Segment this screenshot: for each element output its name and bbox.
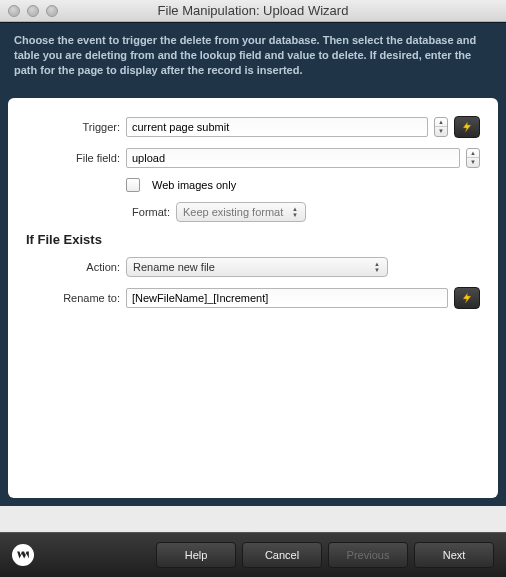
lightning-icon (461, 291, 473, 305)
window-title: File Manipulation: Upload Wizard (0, 3, 506, 18)
filefield-stepper[interactable]: ▲▼ (466, 148, 480, 168)
previous-button: Previous (328, 542, 408, 568)
cancel-button[interactable]: Cancel (242, 542, 322, 568)
action-label: Action: (26, 261, 126, 273)
rename-bolt-button[interactable] (454, 287, 480, 309)
window-controls (8, 5, 58, 17)
rename-input[interactable] (126, 288, 448, 308)
brand-logo (12, 544, 34, 566)
trigger-stepper[interactable]: ▲▼ (434, 117, 448, 137)
titlebar: File Manipulation: Upload Wizard (0, 0, 506, 22)
minimize-icon[interactable] (27, 5, 39, 17)
rename-label: Rename to: (26, 292, 126, 304)
zoom-icon[interactable] (46, 5, 58, 17)
trigger-label: Trigger: (26, 121, 126, 133)
footer: Help Cancel Previous Next (0, 532, 506, 577)
format-selected: Keep existing format (183, 206, 283, 218)
format-select[interactable]: Keep existing format ▲▼ (176, 202, 306, 222)
instructions-text: Choose the event to trigger the delete f… (14, 33, 492, 78)
wizard-header: Choose the event to trigger the delete f… (0, 22, 506, 90)
content-wrap: Trigger: ▲▼ File field: ▲▼ Web images on… (0, 90, 506, 506)
section-title: If File Exists (26, 232, 480, 247)
format-label: Format: (26, 206, 176, 218)
help-button[interactable]: Help (156, 542, 236, 568)
next-button[interactable]: Next (414, 542, 494, 568)
logo-icon (16, 548, 30, 562)
webimages-label: Web images only (152, 179, 236, 191)
trigger-input[interactable] (126, 117, 428, 137)
chevron-updown-icon: ▲▼ (289, 204, 301, 220)
filefield-label: File field: (26, 152, 126, 164)
chevron-updown-icon: ▲▼ (371, 259, 383, 275)
close-icon[interactable] (8, 5, 20, 17)
action-select[interactable]: Rename new file ▲▼ (126, 257, 388, 277)
lightning-icon (461, 120, 473, 134)
filefield-input[interactable] (126, 148, 460, 168)
action-selected: Rename new file (133, 261, 215, 273)
trigger-bolt-button[interactable] (454, 116, 480, 138)
form-panel: Trigger: ▲▼ File field: ▲▼ Web images on… (8, 98, 498, 498)
webimages-checkbox[interactable] (126, 178, 140, 192)
